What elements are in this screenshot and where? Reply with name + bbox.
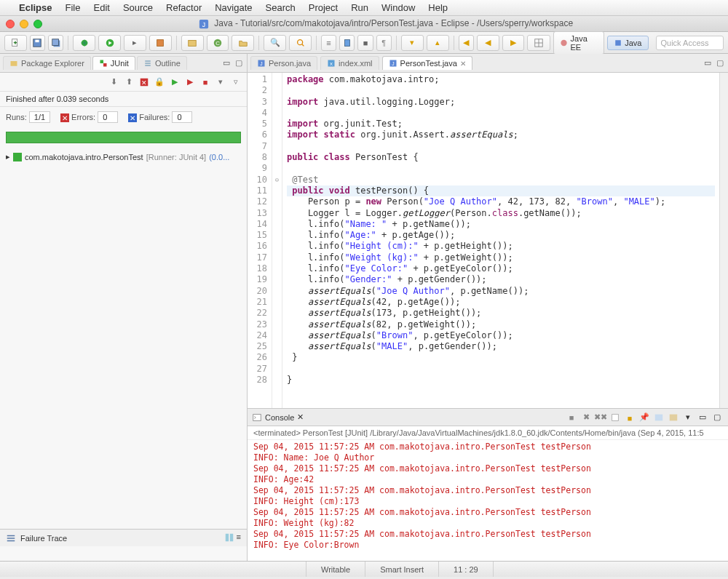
macos-menubar: Eclipse File Edit Source Refactor Naviga…	[0, 0, 728, 16]
menu-help[interactable]: Help	[428, 2, 448, 13]
remove-launch-icon[interactable]: ✖	[579, 411, 593, 424]
code-content[interactable]: package com.makotojava.intro; import jav…	[282, 73, 719, 408]
display-selected-icon[interactable]	[652, 411, 665, 424]
back-history-button[interactable]: ◀	[477, 35, 499, 51]
maximize-view-icon[interactable]: ▢	[234, 58, 244, 68]
tab-index-xml[interactable]: Xindex.xml	[320, 56, 379, 70]
svg-text:J: J	[202, 20, 205, 28]
maximize-console-icon[interactable]: ▢	[711, 411, 724, 424]
menu-navigate[interactable]: Navigate	[215, 2, 252, 13]
svg-rect-27	[13, 153, 22, 161]
menu-eclipse[interactable]: Eclipse	[19, 2, 52, 13]
search-button[interactable]	[289, 35, 312, 51]
rerun-test-icon[interactable]: ▶	[168, 76, 181, 89]
quick-access-input[interactable]: Quick Access	[656, 36, 724, 50]
outline-icon	[143, 59, 152, 68]
minimize-window-button[interactable]	[20, 20, 28, 28]
failure-trace-header: Failure Trace ≡	[0, 529, 247, 546]
junit-test-tree[interactable]: ▸ com.makotojava.intro.PersonTest [Runne…	[0, 148, 247, 529]
close-tab-icon[interactable]: ✕	[460, 60, 466, 68]
new-package-button[interactable]	[181, 35, 204, 51]
minimize-view-icon[interactable]: ▭	[221, 58, 232, 68]
zoom-window-button[interactable]	[33, 20, 42, 28]
run-last-button[interactable]: ▸	[124, 35, 146, 51]
expand-icon[interactable]: ▸	[6, 152, 10, 161]
new-class-button[interactable]: C	[207, 35, 229, 51]
fold-column[interactable]: ⊖	[272, 73, 282, 408]
svg-text:J: J	[392, 61, 394, 66]
perspective-java[interactable]: Java	[607, 36, 648, 50]
tab-person-java[interactable]: JPerson.java	[250, 56, 317, 70]
stop-icon[interactable]: ■	[199, 76, 212, 89]
console-title: Console	[265, 413, 294, 422]
minimize-editor-icon[interactable]: ▭	[703, 58, 713, 68]
next-annotation-button[interactable]: ▾	[401, 35, 424, 51]
clear-console-icon[interactable]	[609, 411, 622, 424]
console-output[interactable]: Sep 04, 2015 11:57:25 AM com.makotojava.…	[248, 440, 728, 561]
maximize-editor-icon[interactable]: ▢	[715, 58, 725, 68]
forward-history-button[interactable]: ▶	[502, 35, 525, 51]
toggle-block-button[interactable]: ■	[357, 35, 373, 51]
menu-run[interactable]: Run	[351, 2, 368, 13]
open-type-button[interactable]: 🔍	[264, 35, 286, 51]
svg-text:✕: ✕	[141, 79, 147, 86]
tab-junit[interactable]: JUnit	[92, 56, 135, 70]
history-icon[interactable]: ▾	[214, 76, 227, 89]
toggle-mark-button[interactable]	[339, 35, 355, 51]
rerun-failed-icon[interactable]: ▶	[183, 76, 197, 89]
tab-persontest-java[interactable]: JPersonTest.java ✕	[382, 56, 472, 70]
close-window-button[interactable]	[6, 20, 15, 28]
external-tools-button[interactable]	[149, 35, 172, 51]
close-console-icon[interactable]: ✕	[297, 412, 304, 422]
status-writable: Writable	[306, 562, 365, 577]
show-whitespace-button[interactable]: ¶	[376, 35, 392, 51]
perspective-javaee[interactable]: Java EE	[553, 31, 604, 55]
view-menu-icon[interactable]: ▿	[229, 76, 242, 89]
open-perspective-button[interactable]	[527, 35, 550, 51]
junit-counts: Runs: 1/1 ✕Errors: 0 ✕Failures: 0	[0, 107, 247, 127]
svg-text:J: J	[260, 61, 262, 66]
menu-edit[interactable]: Edit	[93, 2, 109, 13]
next-failure-icon[interactable]: ⬇	[107, 76, 120, 89]
test-result-row[interactable]: ▸ com.makotojava.intro.PersonTest [Runne…	[6, 152, 241, 161]
menu-search[interactable]: Search	[266, 2, 296, 13]
tab-outline[interactable]: Outline	[137, 56, 187, 70]
debug-button[interactable]	[73, 35, 95, 51]
compare-icon[interactable]	[224, 532, 234, 544]
java-file-icon: J	[199, 19, 209, 29]
show-failures-icon[interactable]: ✕	[138, 76, 151, 89]
code-editor[interactable]: 1234567891011121314151617181920212223242…	[248, 73, 728, 408]
console-menu-icon[interactable]: ▾	[681, 411, 695, 424]
remove-all-icon[interactable]: ✖✖	[594, 411, 607, 424]
svg-point-16	[561, 39, 567, 45]
new-folder-button[interactable]	[232, 35, 254, 51]
filter-trace-icon[interactable]: ≡	[237, 532, 241, 544]
svg-rect-18	[11, 61, 17, 66]
run-button[interactable]	[98, 35, 121, 51]
new-button[interactable]	[4, 35, 27, 51]
line-number-gutter[interactable]: 1234567891011121314151617181920212223242…	[248, 73, 272, 408]
toggle-breadcrumb-button[interactable]: ≡	[321, 35, 336, 51]
back-button[interactable]: ◀	[459, 35, 474, 51]
junit-toolbar: ⬇ ⬆ ✕ 🔒 ▶ ▶ ■ ▾ ▿	[0, 73, 247, 92]
prev-annotation-button[interactable]: ▴	[427, 35, 449, 51]
scroll-lock-console-icon[interactable]	[623, 411, 636, 424]
pin-console-icon[interactable]: 📌	[638, 411, 651, 424]
vertical-scrollbar[interactable]	[719, 73, 728, 408]
console-icon	[252, 412, 262, 423]
menu-project[interactable]: Project	[309, 2, 338, 13]
scroll-lock-icon[interactable]: 🔒	[153, 76, 166, 89]
menu-source[interactable]: Source	[123, 2, 153, 13]
minimize-console-icon[interactable]: ▭	[696, 411, 709, 424]
tab-package-explorer[interactable]: Package Explorer	[3, 56, 91, 70]
menu-file[interactable]: File	[66, 2, 81, 13]
save-button[interactable]	[30, 35, 45, 51]
terminate-icon[interactable]: ■	[565, 411, 578, 424]
menu-window[interactable]: Window	[381, 2, 415, 13]
save-all-button[interactable]	[48, 35, 63, 51]
prev-failure-icon[interactable]: ⬆	[122, 76, 135, 89]
open-console-icon[interactable]	[667, 411, 680, 424]
menu-refactor[interactable]: Refactor	[166, 2, 202, 13]
error-icon: ✕	[60, 113, 69, 122]
svg-rect-10	[189, 40, 197, 46]
